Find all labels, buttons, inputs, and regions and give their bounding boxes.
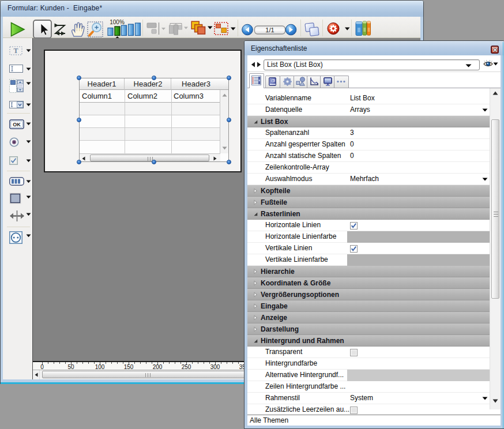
svg-text:1/1: 1/1	[265, 27, 274, 33]
svg-text:-0: -0	[272, 79, 274, 82]
svg-text:100%: 100%	[110, 19, 125, 25]
svg-text:OK: OK	[13, 122, 21, 127]
svg-text:T: T	[13, 47, 18, 55]
